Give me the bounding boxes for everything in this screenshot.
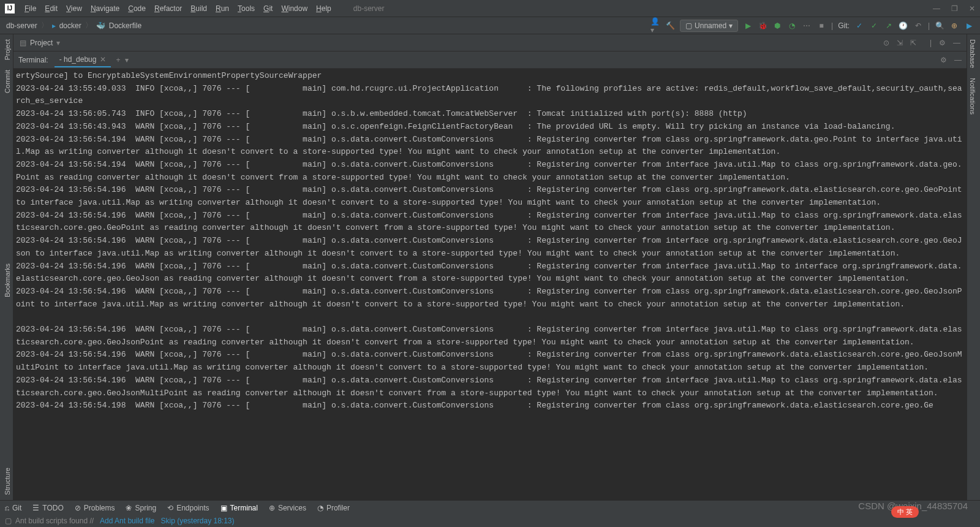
right-tab-database[interactable]: Database [967, 34, 978, 73]
project-panel-header: ▤ Project ▾ ⊙ ⇲ ⇱ | ⚙ — [13, 34, 967, 51]
status-message: Ant build scripts found // [15, 517, 94, 525]
add-tab-icon[interactable]: + [116, 56, 120, 64]
git-icon: ⎌ [5, 504, 9, 512]
chevron-right-icon: 〉 [85, 20, 92, 31]
config-icon: ▢ [685, 21, 692, 30]
terminal-tab-label: - hd_debug [59, 55, 97, 64]
menu-view[interactable]: View [62, 2, 86, 15]
right-tab-notifications[interactable]: Notifications [967, 73, 978, 119]
left-tab-commit[interactable]: Commit [0, 65, 13, 98]
close-tab-icon[interactable]: ✕ [100, 55, 106, 64]
window-controls: — ❐ ✕ [933, 4, 975, 13]
breadcrumb-root[interactable]: db-server [6, 21, 37, 30]
git-rollback-icon[interactable]: ↶ [913, 21, 923, 31]
collapse-all-icon[interactable]: ⇱ [910, 39, 916, 47]
profile-icon[interactable]: ◔ [787, 21, 797, 31]
bottom-tab-services[interactable]: ⊕Services [269, 504, 306, 512]
folder-icon: ▸ [52, 21, 56, 30]
status-bar: ▢ Ant build scripts found // Add Ant bui… [0, 515, 980, 527]
terminal-icon: ▣ [221, 504, 227, 512]
menu-code[interactable]: Code [124, 2, 149, 15]
tab-dropdown-icon[interactable]: ▾ [125, 56, 129, 64]
maximize-icon[interactable]: ❐ [951, 4, 958, 13]
bottom-tool-bar: ⎌Git☰TODO⊘Problems❀Spring⟲Endpoints▣Term… [0, 500, 980, 515]
close-icon[interactable]: ✕ [969, 4, 975, 13]
project-view-icon: ▤ [20, 39, 26, 47]
problems-icon: ⊘ [75, 504, 81, 512]
select-opened-icon[interactable]: ⊙ [883, 39, 889, 47]
user-icon[interactable]: 👤▾ [650, 21, 660, 31]
stop-icon[interactable]: ■ [816, 21, 826, 31]
endpoints-icon: ⟲ [167, 504, 173, 512]
terminal-label: Terminal: [18, 56, 48, 64]
ime-indicator[interactable]: 中 英 [891, 506, 919, 518]
search-icon[interactable]: 🔍 [935, 21, 944, 31]
menu-build[interactable]: Build [187, 2, 211, 15]
status-icon: ▢ [5, 517, 12, 525]
git-push-icon[interactable]: ↗ [884, 21, 894, 31]
chevron-down-icon[interactable]: ▾ [56, 39, 60, 47]
run-config-label: Unnamed [695, 21, 726, 30]
app-icon: IJ [5, 4, 15, 13]
terminal-output[interactable]: ertySource] to EncryptableSystemEnvironm… [13, 69, 967, 500]
debug-icon[interactable]: 🐞 [758, 21, 767, 31]
services-icon: ⊕ [269, 504, 275, 512]
git-label: Git: [838, 21, 850, 30]
menu-navigate[interactable]: Navigate [87, 2, 123, 15]
project-panel-label[interactable]: Project [30, 39, 53, 47]
gear-icon[interactable]: ⚙ [939, 39, 946, 47]
coverage-icon[interactable]: ⬢ [772, 21, 782, 31]
minimize-icon[interactable]: — [933, 4, 940, 13]
git-update-icon[interactable]: ✓ [854, 21, 864, 31]
expand-all-icon[interactable]: ⇲ [897, 39, 903, 47]
left-tab-bookmarks[interactable]: Bookmarks [0, 259, 13, 302]
menu-edit[interactable]: Edit [41, 2, 61, 15]
left-tab-project[interactable]: Project [0, 34, 13, 65]
terminal-hide-icon[interactable]: — [954, 56, 962, 64]
breadcrumb-file[interactable]: Dockerfile [109, 21, 141, 30]
menu-tools[interactable]: Tools [234, 2, 258, 15]
chevron-down-icon: ▾ [729, 21, 733, 30]
breadcrumb[interactable]: db-server 〉 ▸ docker 〉 🐳 Dockerfile [6, 20, 141, 31]
menu-window[interactable]: Window [277, 2, 311, 15]
run-config-selector[interactable]: ▢ Unnamed ▾ [680, 20, 738, 32]
left-tab-structure[interactable]: Structure [0, 463, 13, 500]
menu-file[interactable]: File [21, 2, 40, 15]
git-commit-icon[interactable]: ✓ [869, 21, 879, 31]
menu-help[interactable]: Help [312, 2, 335, 15]
terminal-settings-icon[interactable]: ⚙ [940, 56, 947, 64]
git-history-icon[interactable]: 🕐 [899, 21, 908, 31]
terminal-tab[interactable]: - hd_debug ✕ [55, 53, 111, 67]
window-title: db-server [353, 4, 385, 13]
title-bar: IJ FileEditViewNavigateCodeRefactorBuild… [0, 0, 980, 17]
status-link-skip[interactable]: Skip (yesterday 18:13) [160, 517, 234, 525]
menu-bar: FileEditViewNavigateCodeRefactorBuildRun… [21, 2, 335, 15]
right-tool-stripe: DatabaseNotifications [967, 34, 980, 500]
bottom-tab-spring[interactable]: ❀Spring [126, 504, 156, 512]
bottom-tab-profiler[interactable]: ◔Profiler [317, 504, 350, 512]
bottom-tab-problems[interactable]: ⊘Problems [75, 504, 115, 512]
bottom-tab-todo[interactable]: ☰TODO [32, 504, 63, 512]
todo-icon: ☰ [32, 504, 39, 512]
run-icon[interactable]: ▶ [743, 21, 753, 31]
ide-settings-icon[interactable]: ⊕ [949, 21, 959, 31]
concurrency-icon[interactable]: ⋯ [802, 21, 812, 31]
bottom-tab-terminal[interactable]: ▣Terminal [221, 504, 258, 512]
breadcrumb-folder[interactable]: docker [59, 21, 81, 30]
bottom-tab-endpoints[interactable]: ⟲Endpoints [167, 504, 209, 512]
terminal-tab-bar: Terminal: - hd_debug ✕ + ▾ ⚙ — [13, 51, 967, 69]
menu-refactor[interactable]: Refactor [151, 2, 186, 15]
status-link-add[interactable]: Add Ant build file [100, 517, 154, 525]
learn-icon[interactable]: ▶ [964, 21, 974, 31]
bottom-tab-git[interactable]: ⎌Git [5, 504, 21, 512]
spring-icon: ❀ [126, 504, 132, 512]
hide-icon[interactable]: — [953, 39, 960, 47]
navigation-bar: db-server 〉 ▸ docker 〉 🐳 Dockerfile 👤▾ 🔨… [0, 17, 980, 34]
chevron-right-icon: 〉 [41, 20, 48, 31]
build-icon[interactable]: 🔨 [665, 21, 675, 31]
menu-git[interactable]: Git [260, 2, 276, 15]
menu-run[interactable]: Run [212, 2, 233, 15]
profiler-icon: ◔ [317, 504, 323, 512]
left-tool-stripe: ProjectCommitBookmarksStructure [0, 34, 13, 500]
toolbar-right: 👤▾ 🔨 ▢ Unnamed ▾ ▶ 🐞 ⬢ ◔ ⋯ ■ | Git: ✓ ✓ … [650, 20, 974, 32]
